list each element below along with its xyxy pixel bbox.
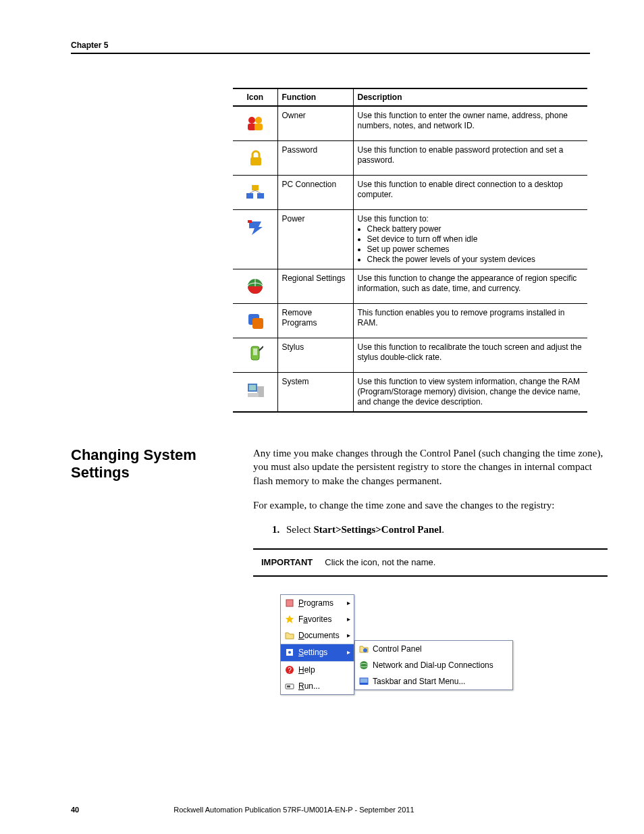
col-function: Function: [277, 88, 353, 106]
menu-item-label: Run...: [298, 681, 320, 692]
menu-item-label: Help: [298, 664, 315, 675]
svg-point-32: [360, 661, 368, 669]
menu-item-label: Programs: [298, 598, 333, 608]
stylus-icon: [233, 338, 277, 373]
submenu-item-network-and-dial-up-connections[interactable]: Network and Dial-up Connections: [355, 657, 512, 673]
menu-item-help[interactable]: ?Help: [281, 662, 354, 678]
documents-icon: [285, 631, 294, 640]
start-submenu: Control PanelNetwork and Dial-up Connect…: [354, 640, 513, 691]
submenu-arrow-icon: ▸: [347, 598, 350, 608]
menu-item-label: Documents: [298, 630, 340, 641]
menu-item-documents[interactable]: Documents▸: [281, 627, 354, 644]
table-row: SystemUse this function to view system i…: [233, 373, 587, 413]
function-cell: Power: [277, 210, 353, 269]
important-label: IMPORTANT: [261, 556, 313, 569]
table-row: PowerUse this function to:Check battery …: [233, 210, 587, 269]
menu-item-label: Taskbar and Start Menu...: [373, 676, 465, 687]
pc-connection-icon: [233, 176, 277, 210]
important-box: IMPORTANT Click the icon, not the name.: [253, 548, 608, 577]
svg-rect-30: [287, 685, 290, 687]
description-cell: This function enables you to remove prog…: [353, 304, 587, 338]
menu-item-settings[interactable]: Settings▸: [281, 644, 354, 660]
section-body: Any time you make changes through the Co…: [253, 446, 608, 695]
network-icon: [359, 660, 369, 670]
publication-info: Rockwell Automation Publication 57RF-UM0…: [173, 806, 414, 814]
remove-programs-icon: [233, 304, 277, 338]
svg-rect-17: [253, 348, 257, 355]
help-icon: ?: [285, 665, 294, 675]
step-list: 1. Select Start>Settings>Control Panel.: [272, 523, 608, 536]
menu-item-label: Settings: [298, 647, 327, 658]
start-menu-screenshot: Programs▸Favorites▸Documents▸Settings▸?H…: [280, 594, 608, 695]
submenu-arrow-icon: ▸: [347, 631, 350, 640]
menu-item-programs[interactable]: Programs▸: [281, 595, 354, 611]
page-number: 40: [71, 806, 79, 814]
svg-rect-10: [248, 220, 252, 223]
section-para1: Any time you make changes through the Co…: [253, 446, 608, 488]
control-panel-icon: [359, 644, 369, 654]
table-row: Remove ProgramsThis function enables you…: [233, 304, 587, 338]
functions-table: Icon Function Description OwnerUse this …: [233, 88, 587, 413]
step-text-a: Select: [286, 524, 313, 535]
section-para2: For example, to change the time zone and…: [253, 498, 608, 512]
table-row: PasswordUse this function to enable pass…: [233, 141, 587, 176]
col-icon: Icon: [233, 88, 277, 106]
svg-rect-4: [250, 157, 261, 165]
menu-item-favorites[interactable]: Favorites▸: [281, 611, 354, 627]
page-footer: 40 Rockwell Automation Publication 57RF-…: [71, 806, 587, 814]
description-cell: Use this function to recalibrate the tou…: [353, 338, 587, 373]
run-icon: [285, 681, 294, 691]
svg-rect-5: [246, 193, 253, 199]
favorites-icon: [285, 615, 294, 624]
submenu-arrow-icon: ▸: [347, 615, 350, 624]
table-row: PC ConnectionUse this function to enable…: [233, 176, 587, 210]
function-cell: System: [277, 373, 353, 413]
function-cell: Stylus: [277, 338, 353, 373]
menu-item-run-[interactable]: Run...: [281, 678, 354, 694]
svg-point-0: [248, 117, 255, 124]
function-cell: Password: [277, 141, 353, 176]
function-cell: Regional Settings: [277, 269, 353, 304]
submenu-item-taskbar-and-start-menu-[interactable]: Taskbar and Start Menu...: [355, 673, 512, 689]
menu-item-label: Control Panel: [373, 644, 422, 654]
svg-line-8: [250, 190, 255, 193]
owner-icon: [233, 106, 277, 141]
password-icon: [233, 141, 277, 176]
table-row: StylusUse this function to recalibrate t…: [233, 338, 587, 373]
description-cell: Use this function to change the appearan…: [353, 269, 587, 304]
submenu-item-control-panel[interactable]: Control Panel: [355, 641, 512, 657]
taskbar-icon: [359, 677, 369, 686]
svg-text:?: ?: [288, 667, 292, 674]
svg-line-18: [259, 346, 263, 350]
table-row: Regional SettingsUse this function to ch…: [233, 269, 587, 304]
svg-rect-6: [257, 193, 264, 199]
start-menu: Programs▸Favorites▸Documents▸Settings▸?H…: [280, 594, 354, 695]
step-number: 1.: [272, 524, 279, 535]
function-cell: PC Connection: [277, 176, 353, 210]
step-text-c: .: [441, 524, 444, 535]
submenu-arrow-icon: ▸: [347, 648, 350, 657]
svg-line-9: [255, 190, 261, 193]
section-heading: Changing System Settings: [71, 446, 253, 695]
system-icon: [233, 373, 277, 413]
svg-point-31: [363, 648, 367, 652]
programs-icon: [285, 598, 294, 608]
description-cell: Use this function to enable password pro…: [353, 141, 587, 176]
function-cell: Remove Programs: [277, 304, 353, 338]
svg-rect-23: [286, 600, 293, 606]
description-cell: Use this function to enable direct conne…: [353, 176, 587, 210]
svg-rect-7: [252, 185, 259, 190]
svg-rect-35: [360, 683, 368, 685]
description-cell: Use this function to view system informa…: [353, 373, 587, 413]
svg-rect-15: [252, 318, 263, 329]
description-cell: Use this function to:Check battery power…: [353, 210, 587, 269]
table-row: OwnerUse this function to enter the owne…: [233, 106, 587, 141]
menu-item-label: Favorites: [298, 614, 331, 625]
svg-marker-24: [286, 615, 294, 623]
power-icon: [233, 210, 277, 269]
menu-item-label: Network and Dial-up Connections: [373, 660, 493, 671]
settings-icon: [285, 648, 294, 657]
function-cell: Owner: [277, 106, 353, 141]
svg-rect-20: [249, 385, 256, 390]
description-cell: Use this function to enter the owner nam…: [353, 106, 587, 141]
